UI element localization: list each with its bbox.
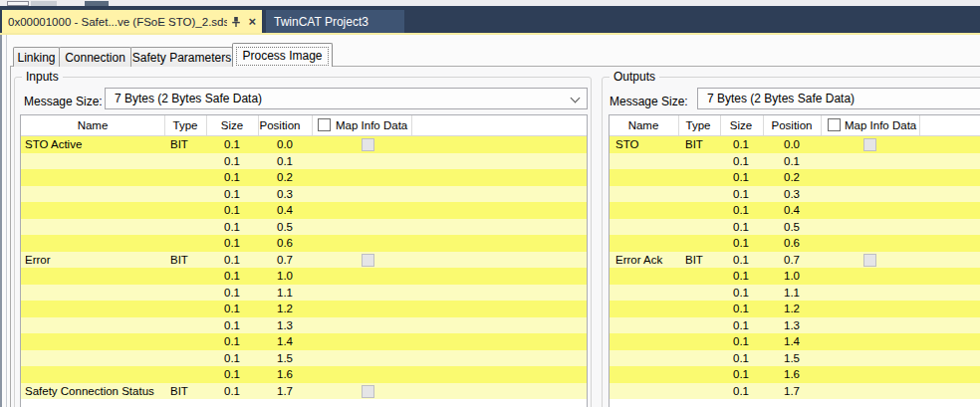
cell-position: 1.4 xyxy=(277,333,293,350)
cell-position: 0.6 xyxy=(784,235,800,252)
table-row[interactable]: 0.10.4 xyxy=(21,202,587,219)
cell-position: 0.5 xyxy=(784,219,800,236)
table-row[interactable]: 0.10.5 xyxy=(610,219,980,236)
table-row[interactable]: 0.10.6 xyxy=(21,235,587,252)
cell-size: 0.1 xyxy=(224,219,240,236)
column-header-position: Position xyxy=(260,115,301,135)
outputs-message-size-select[interactable]: 7 Bytes (2 Bytes Safe Data) xyxy=(697,88,980,109)
table-row[interactable]: STOBIT0.10.0 xyxy=(610,136,980,153)
cell-position: 0.2 xyxy=(277,169,293,186)
row-map-checkbox[interactable] xyxy=(362,254,374,267)
table-row[interactable]: 0.10.6 xyxy=(610,235,980,252)
table-row[interactable]: STO ActiveBIT0.10.0 xyxy=(21,136,587,153)
cell-size: 0.1 xyxy=(733,202,749,219)
table-row[interactable]: 0.10.2 xyxy=(610,169,980,186)
table-row[interactable]: 0.11.0 xyxy=(21,268,587,285)
cell-position: 0.6 xyxy=(277,235,293,252)
window-edge-line xyxy=(0,35,2,407)
column-header-type: Type xyxy=(173,115,198,135)
table-row[interactable]: 0.11.0 xyxy=(610,268,980,285)
table-row[interactable]: 0.11.1 xyxy=(21,285,587,302)
cell-size: 0.1 xyxy=(224,136,240,153)
cell-size: 0.1 xyxy=(224,317,240,334)
table-row[interactable]: 0.10.3 xyxy=(610,186,980,203)
row-map-checkbox[interactable] xyxy=(362,385,374,398)
cell-size: 0.1 xyxy=(733,317,749,334)
table-row[interactable]: 0.11.3 xyxy=(21,317,587,334)
tab-twincat-project[interactable]: TwinCAT Project3 xyxy=(266,10,404,33)
table-row[interactable]: 0.10.3 xyxy=(21,186,587,203)
document-tab-bar: 0x00001000 - Safet...ve (FSoE STO)_2.sds… xyxy=(0,6,980,33)
tab-label: Connection xyxy=(65,51,125,65)
cell-size: 0.1 xyxy=(224,169,240,186)
row-map-checkbox[interactable] xyxy=(863,138,876,151)
cell-name: Error Ack xyxy=(615,252,662,269)
tab-label: Safety Parameters xyxy=(132,51,231,65)
panel-edge-line xyxy=(6,35,7,407)
table-row[interactable]: 0.10.4 xyxy=(610,202,980,219)
table-row[interactable]: 0.10.5 xyxy=(21,219,587,236)
outputs-group-title: Outputs xyxy=(610,71,659,84)
cell-position: 0.1 xyxy=(277,153,293,170)
table-row[interactable]: 0.11.1 xyxy=(610,285,980,302)
cell-position: 1.6 xyxy=(784,366,800,383)
tab-connection[interactable]: Connection xyxy=(59,47,131,67)
cell-size: 0.1 xyxy=(733,136,749,153)
tab-safety-parameters[interactable]: Safety Parameters xyxy=(130,47,233,67)
cell-position: 1.0 xyxy=(784,268,800,285)
column-separator xyxy=(312,115,313,135)
column-header-size: Size xyxy=(730,115,752,135)
cell-size: 0.1 xyxy=(733,383,749,400)
inputs-message-size-select[interactable]: 7 Bytes (2 Bytes Safe Data) xyxy=(105,88,588,109)
table-row[interactable]: 0.11.4 xyxy=(21,333,587,350)
outputs-map-info-data-checkbox[interactable] xyxy=(828,118,841,131)
column-header-map-info-data: Map Info Data xyxy=(845,115,916,135)
column-separator xyxy=(821,115,822,135)
close-icon[interactable]: × xyxy=(248,15,256,28)
cell-position: 1.5 xyxy=(277,350,293,367)
cell-position: 1.7 xyxy=(784,383,800,400)
cell-size: 0.1 xyxy=(733,186,749,203)
table-row[interactable]: 0.11.3 xyxy=(610,317,980,334)
table-row[interactable]: 0.11.5 xyxy=(610,350,980,367)
row-map-checkbox[interactable] xyxy=(362,138,374,151)
document-tab-safety-sds[interactable]: 0x00001000 - Safet...ve (FSoE STO)_2.sds… xyxy=(2,10,262,33)
outputs-process-image-table: NameTypeSizePositionMap Info DataSTOBIT0… xyxy=(609,114,980,407)
column-header-size: Size xyxy=(221,115,243,135)
table-row[interactable]: ErrorBIT0.10.7 xyxy=(21,252,587,269)
cell-position: 1.2 xyxy=(277,301,293,317)
table-row[interactable]: 0.10.2 xyxy=(21,169,587,186)
tab-linking[interactable]: Linking xyxy=(13,47,60,67)
pin-icon[interactable] xyxy=(231,16,241,28)
table-row[interactable]: 0.11.6 xyxy=(610,366,980,383)
table-row[interactable]: 0.10.1 xyxy=(610,153,980,170)
cell-position: 1.1 xyxy=(277,285,293,302)
inputs-map-info-data-checkbox[interactable] xyxy=(318,118,331,131)
table-row[interactable]: 0.11.2 xyxy=(610,301,980,317)
row-map-checkbox[interactable] xyxy=(863,254,876,267)
cell-type: BIT xyxy=(170,252,188,269)
table-row[interactable]: 0.11.5 xyxy=(21,350,587,367)
cell-size: 0.1 xyxy=(224,350,240,367)
cell-size: 0.1 xyxy=(224,202,240,219)
table-row[interactable]: 0.11.2 xyxy=(21,301,587,317)
document-tab-label: 0x00001000 - Safet...ve (FSoE STO)_2.sds xyxy=(8,16,227,28)
column-header-name: Name xyxy=(628,115,659,135)
cell-position: 1.4 xyxy=(784,333,800,350)
table-row[interactable]: Error AckBIT0.10.7 xyxy=(610,252,980,269)
tab-process-image[interactable]: Process Image xyxy=(232,43,333,67)
column-header-map-info-data: Map Info Data xyxy=(336,115,407,135)
safety-editor-tabs: LinkingConnectionSafety ParametersProces… xyxy=(13,43,332,67)
table-row[interactable]: 0.11.6 xyxy=(21,366,587,383)
table-row[interactable]: 0.11.4 xyxy=(610,333,980,350)
cell-size: 0.1 xyxy=(224,235,240,252)
table-row[interactable]: 0.11.7 xyxy=(610,383,980,400)
inputs-message-size-label: Message Size: xyxy=(24,94,103,109)
column-separator xyxy=(678,115,679,135)
cell-position: 0.2 xyxy=(784,169,800,186)
inputs-table-header: NameTypeSizePositionMap Info Data xyxy=(21,115,587,136)
table-row[interactable]: 0.10.1 xyxy=(21,153,587,170)
cell-position: 1.3 xyxy=(277,317,293,334)
cell-size: 0.1 xyxy=(733,301,749,317)
table-row[interactable]: Safety Connection StatusBIT0.11.7 xyxy=(21,383,587,400)
